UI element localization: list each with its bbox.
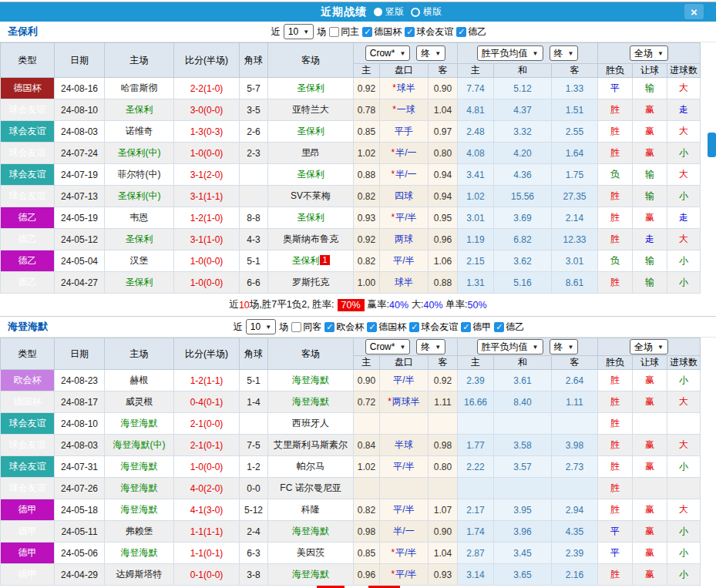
league-cell: 德国杯 (1, 391, 55, 413)
mean-period-select[interactable]: 终 (550, 339, 579, 354)
handicap-cell: 平/半 (380, 250, 429, 272)
away-team-name: 圣保利 (297, 169, 324, 180)
layout-radio-horizontal[interactable]: 横版 (411, 5, 442, 18)
scope-select[interactable]: 全场 (630, 339, 668, 354)
league-filter-0-checkbox[interactable] (324, 322, 334, 332)
outcome-result-cell: 胜 (598, 229, 633, 250)
league-filter-2-checkbox[interactable] (409, 322, 419, 332)
outcome-result-cell: 平 (598, 78, 633, 99)
col-home: 主场 (105, 338, 174, 370)
col-corner: 角球 (240, 43, 268, 78)
league-filter-4-checkbox[interactable] (494, 322, 504, 332)
score-cell: 1-0(0-0) (174, 272, 240, 294)
league-filter-3[interactable]: 德甲 (461, 321, 491, 334)
mean-type-select[interactable]: 胜平负均值 (477, 339, 543, 354)
away-team: 圣保利 (268, 207, 354, 229)
league-cell: 球会友谊 (1, 143, 55, 164)
same-venue-filter[interactable]: 同客 (291, 321, 321, 334)
score-cell: 3-1(1-1) (174, 186, 240, 207)
date-cell: 24-07-31 (55, 456, 105, 478)
league-cell: 德乙 (1, 207, 55, 229)
star-marker: * (392, 104, 396, 115)
same-venue-filter-checkbox[interactable] (291, 322, 301, 332)
home-team: 圣保利(中) (105, 143, 174, 164)
layout-radio-vertical[interactable]: 竖版 (374, 5, 404, 18)
handicap-cell: 两球 (380, 229, 429, 250)
away-team: 圣保利 (268, 164, 354, 186)
section-header: 海登海默 近10场同客欧会杯德国杯球会友谊德甲德乙 (0, 317, 716, 338)
score-cell: 0-1(0-0) (174, 564, 240, 586)
away-odds-cell (429, 413, 458, 435)
scrollbar-thumb[interactable] (708, 133, 716, 157)
titlebar-center-group: 近期战绩 竖版 横版 (274, 5, 442, 19)
league-filter-0-checkbox[interactable] (362, 27, 372, 37)
away-team-name: 亚特兰大 (292, 104, 329, 115)
mean-period-select[interactable]: 终 (550, 45, 579, 61)
league-filter-0[interactable]: 德国杯 (362, 25, 402, 39)
league-filter-1[interactable]: 球会友谊 (405, 25, 453, 39)
score-cell: 1-1(0-1) (174, 543, 240, 564)
league-filter-1-checkbox[interactable] (405, 27, 415, 37)
corners-cell: 2-4 (240, 521, 268, 543)
handicap-cell: 平手 (380, 121, 429, 143)
outcome-result-cell: 胜 (598, 143, 633, 164)
red-card-badge: 1 (320, 255, 329, 265)
mean-away-cell: 2.14 (552, 207, 598, 229)
league-filter-1[interactable]: 德国杯 (367, 321, 406, 334)
mean-type-select[interactable]: 胜平负均值 (477, 45, 543, 61)
same-venue-filter[interactable]: 同主 (329, 25, 359, 39)
odds-period-select[interactable]: 终 (416, 45, 445, 61)
league-filter-2-checkbox[interactable] (456, 27, 466, 37)
odds-period-select[interactable]: 终 (416, 339, 445, 354)
away-team: 美因茨 (268, 543, 354, 564)
match-row: 欧会杯24-08-23赫根1-2(1-1)5-1海登海默0.90平/半0.922… (1, 370, 701, 391)
home-odds-cell: 0.98 (354, 521, 380, 543)
summary-single-value: 50% (468, 300, 487, 311)
home-odds-cell: 0.88 (354, 164, 380, 186)
league-filter-1-checkbox[interactable] (367, 322, 377, 332)
dialog-titlebar: 近期战绩 竖版 横版 × (0, 2, 716, 22)
recent-count-select[interactable]: 10 (246, 319, 276, 334)
match-row: 德国杯24-08-17威灵根0-4(0-1)1-4海登海默0.72*两球半1.1… (1, 391, 701, 413)
same-venue-filter-checkbox[interactable] (329, 27, 339, 37)
radio-vertical-label: 竖版 (385, 5, 404, 18)
home-team: 圣保利(中) (105, 186, 174, 207)
handicap-text: 平/半 (393, 255, 414, 266)
league-filter-4[interactable]: 德乙 (494, 321, 524, 334)
goals-result-cell: 小 (667, 564, 701, 586)
goals-result-cell: 小 (667, 543, 701, 564)
league-filter-2[interactable]: 球会友谊 (409, 321, 458, 334)
corners-cell: 0-0 (240, 478, 268, 499)
league-filter-2[interactable]: 德乙 (456, 25, 486, 39)
handicap-text: 半/一 (395, 169, 416, 180)
bookmaker-select[interactable]: Crow* (365, 45, 411, 61)
corners-cell (240, 186, 268, 207)
away-team-name: 圣保利 (297, 212, 324, 223)
handicap-result-cell: 赢 (633, 121, 667, 143)
match-row: 球会友谊24-08-10海登海默2-1(0-0)西班牙人胜 (1, 413, 701, 435)
corners-cell: 5-1 (240, 370, 268, 391)
goals-result-cell: 大 (667, 121, 701, 143)
league-filter-0[interactable]: 欧会杯 (324, 321, 364, 334)
goals-result-cell: 小 (667, 370, 701, 391)
outcome-result-cell: 平 (598, 543, 633, 564)
games-label: 场 (317, 25, 326, 39)
scope-select[interactable]: 全场 (630, 45, 668, 61)
summary-big-value: 40% (424, 300, 443, 311)
home-odds-cell (354, 478, 380, 499)
away-team-name: 圣保利 (291, 255, 319, 266)
mean-away-cell: 1.11 (552, 391, 598, 413)
sub-mean-draw: 和 (494, 356, 552, 370)
home-team: 海登海默(中) (105, 435, 174, 456)
bookmaker-select[interactable]: Crow* (365, 339, 411, 354)
close-icon[interactable]: × (684, 4, 704, 19)
recent-count-select[interactable]: 10 (284, 24, 314, 39)
score-cell: 2-1(0-0) (174, 413, 240, 435)
handicap-cell: *平/半 (380, 564, 429, 586)
sub-mean-away: 客 (552, 64, 598, 78)
league-filter-3-checkbox[interactable] (461, 322, 471, 332)
score-cell: 4-0(2-0) (174, 478, 240, 499)
outcome-result-cell: 胜 (598, 272, 633, 294)
col-home: 主场 (105, 43, 174, 78)
score-cell: 3-1(1-0) (174, 229, 240, 250)
